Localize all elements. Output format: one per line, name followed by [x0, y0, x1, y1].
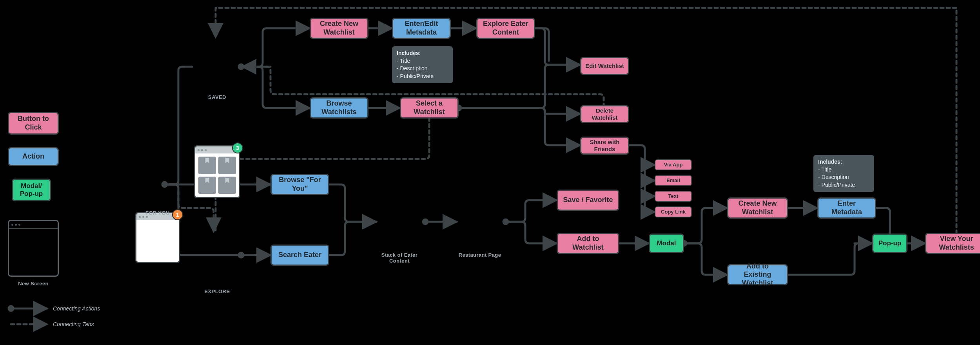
- share-email-button[interactable]: Email: [655, 175, 692, 186]
- caption-restaurant: Restaurant Page: [459, 252, 501, 258]
- enter-edit-metadata-action[interactable]: Enter/Edit Metadata: [392, 18, 451, 39]
- browse-for-you-action[interactable]: Browse "For You": [270, 174, 329, 195]
- caption-explore: EXPLORE: [205, 288, 230, 294]
- view-your-watchlists-button[interactable]: View Your Watchlists: [925, 233, 980, 254]
- caption-for-you: FOR YOU: [145, 210, 170, 216]
- share-via-app-button[interactable]: Via App: [655, 159, 692, 170]
- saved-tile-icon: [218, 157, 236, 174]
- legend-modal-label: Modal/ Pop-up: [20, 182, 43, 198]
- includes-heading: Includes:: [818, 158, 869, 166]
- includes-item: - Public/Private: [818, 181, 869, 189]
- modal-box[interactable]: Modal: [649, 234, 684, 253]
- svg-point-0: [9, 306, 13, 311]
- includes-box-top: Includes: - Title - Description - Public…: [392, 46, 453, 83]
- legend-button-label: Button to Click: [13, 115, 54, 131]
- includes-heading: Includes:: [397, 49, 448, 57]
- includes-item: - Description: [818, 173, 869, 181]
- add-to-existing-watchlist-action[interactable]: Add to Existing Watchlist: [727, 264, 788, 285]
- saved-tile-icon: [198, 177, 216, 194]
- enter-metadata-action[interactable]: Enter Metadata: [817, 197, 876, 219]
- share-copy-link-button[interactable]: Copy Link: [655, 206, 692, 217]
- svg-point-6: [503, 219, 508, 224]
- saved-tile-icon: [218, 177, 236, 194]
- screen-for-you[interactable]: 1: [135, 212, 180, 263]
- svg-point-5: [423, 219, 428, 224]
- includes-item: - Title: [818, 166, 869, 174]
- popup-box[interactable]: Pop-up: [872, 234, 907, 253]
- legend-action-label: Action: [22, 152, 44, 161]
- select-a-watchlist-button[interactable]: Select a Watchlist: [400, 97, 459, 119]
- caption-saved: SAVED: [208, 94, 226, 100]
- bookmark-icon: [205, 158, 209, 163]
- save-favorite-button[interactable]: Save / Favorite: [557, 190, 619, 211]
- create-new-watchlist-button[interactable]: Create New Watchlist: [310, 18, 368, 39]
- delete-watchlist-button[interactable]: Delete Watchlist: [580, 105, 629, 123]
- bookmark-icon: [205, 178, 209, 183]
- legend-new-screen: [8, 220, 59, 277]
- badge-saved: 3: [232, 142, 243, 153]
- includes-item: - Description: [397, 65, 448, 73]
- legend-modal: Modal/ Pop-up: [12, 179, 51, 201]
- share-text-button[interactable]: Text: [655, 191, 692, 202]
- explore-eater-content-button[interactable]: Explore Eater Content: [476, 18, 535, 39]
- svg-point-1: [162, 182, 167, 187]
- saved-tile-icon: [198, 157, 216, 174]
- screen-saved[interactable]: 3: [194, 145, 240, 198]
- badge-for-you: 1: [172, 209, 183, 220]
- includes-item: - Title: [397, 57, 448, 65]
- includes-box-right: Includes: - Title - Description - Public…: [813, 155, 874, 192]
- create-new-watchlist-right-button[interactable]: Create New Watchlist: [727, 197, 788, 219]
- svg-point-2: [239, 253, 243, 257]
- legend-connecting-actions: Connecting Actions: [53, 305, 100, 312]
- edit-watchlist-button[interactable]: Edit Watchlist: [580, 57, 629, 75]
- caption-stack: Stack of Eater Content: [374, 252, 425, 264]
- search-eater-action[interactable]: Search Eater: [270, 245, 329, 266]
- share-with-friends-button[interactable]: Share with Friends: [580, 137, 629, 155]
- legend-new-screen-caption: New Screen: [18, 281, 49, 287]
- bookmark-icon: [225, 178, 229, 183]
- legend-connecting-tabs: Connecting Tabs: [53, 321, 94, 327]
- legend-action: Action: [8, 147, 59, 166]
- includes-item: - Public/Private: [397, 73, 448, 80]
- bookmark-icon: [225, 158, 229, 163]
- browse-watchlists-action[interactable]: Browse Watchlists: [310, 97, 368, 119]
- add-to-watchlist-button[interactable]: Add to Watchlist: [557, 233, 619, 254]
- legend-button-to-click: Button to Click: [8, 112, 59, 135]
- svg-point-3: [239, 64, 243, 69]
